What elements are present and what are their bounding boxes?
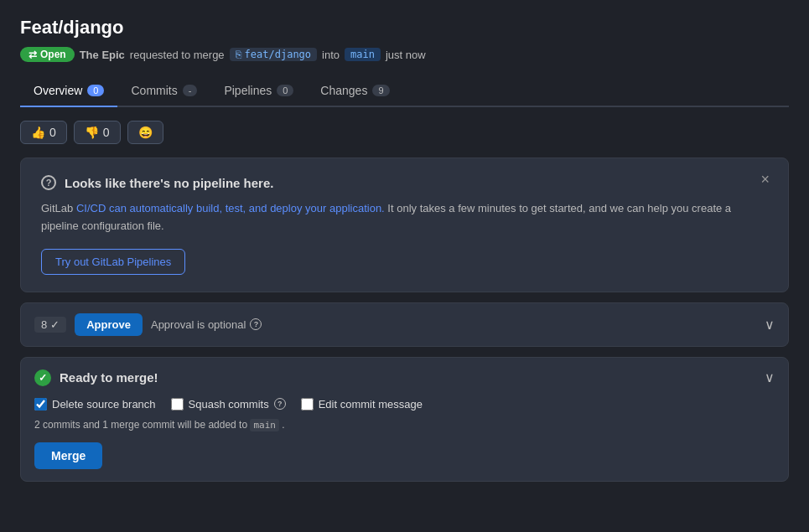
page-title: Feat/django bbox=[20, 17, 789, 39]
thumbs-up-count: 0 bbox=[49, 126, 56, 139]
tab-pipelines-badge: 0 bbox=[277, 85, 293, 96]
squash-commits-checkbox[interactable] bbox=[171, 398, 184, 411]
tab-pipelines-label: Pipelines bbox=[224, 84, 272, 97]
subtitle-row: ⇄ Open The Epic requested to merge ⎘ fea… bbox=[20, 47, 789, 62]
edit-commit-checkbox-label[interactable]: Edit commit message bbox=[301, 398, 423, 411]
cicd-link[interactable]: CI/CD can automatically build, test, and… bbox=[76, 202, 385, 214]
open-badge: ⇄ Open bbox=[20, 47, 75, 62]
close-pipeline-notice-button[interactable]: × bbox=[755, 170, 775, 189]
approval-optional-text: Approval is optional ? bbox=[151, 318, 262, 331]
delete-branch-checkbox[interactable] bbox=[34, 398, 47, 411]
ready-to-merge-text: Ready to merge! bbox=[60, 370, 158, 385]
thumbs-down-button[interactable]: 👎 0 bbox=[74, 121, 121, 144]
tab-changes-badge: 9 bbox=[372, 85, 389, 96]
commit-info-suffix: . bbox=[282, 419, 284, 431]
squash-commits-label: Squash commits bbox=[189, 398, 269, 411]
ready-icon: ✓ bbox=[34, 369, 51, 386]
tabs-bar: Overview 0 Commits - Pipelines 0 Changes… bbox=[20, 75, 789, 107]
target-branch-tag: main bbox=[345, 48, 381, 61]
smiley-emoji: 😄 bbox=[138, 126, 153, 139]
merge-header-left: ✓ Ready to merge! bbox=[34, 369, 158, 386]
approve-button[interactable]: Approve bbox=[75, 313, 143, 336]
tab-changes-label: Changes bbox=[320, 84, 367, 97]
copy-icon: ⎘ bbox=[236, 49, 241, 60]
actor-name: The Epic bbox=[80, 49, 125, 61]
time-label: just now bbox=[386, 49, 426, 61]
merge-button[interactable]: Merge bbox=[34, 442, 102, 469]
tab-commits-badge: - bbox=[183, 85, 198, 96]
reactions-row: 👍 0 👎 0 😄 bbox=[20, 121, 789, 144]
approval-number: 8 bbox=[41, 318, 47, 331]
merge-options: Delete source branch Squash commits ? Ed… bbox=[34, 398, 775, 411]
commit-info-text: 2 commits and 1 merge commit will be add… bbox=[34, 419, 247, 431]
thumbs-down-count: 0 bbox=[103, 126, 110, 139]
approval-help-icon[interactable]: ? bbox=[250, 318, 262, 330]
pipeline-notice-title: Looks like there's no pipeline here. bbox=[65, 176, 273, 190]
try-pipelines-button[interactable]: Try out GitLab Pipelines bbox=[41, 249, 185, 275]
tab-changes[interactable]: Changes 9 bbox=[307, 75, 402, 107]
delete-branch-label: Delete source branch bbox=[52, 398, 156, 411]
approval-chevron-icon[interactable]: ∨ bbox=[765, 317, 775, 333]
tab-commits[interactable]: Commits - bbox=[117, 75, 210, 107]
source-branch[interactable]: ⎘ feat/django bbox=[230, 48, 317, 61]
thumbs-up-button[interactable]: 👍 0 bbox=[20, 121, 67, 144]
thumbs-up-emoji: 👍 bbox=[31, 126, 45, 139]
commit-info: 2 commits and 1 merge commit will be add… bbox=[34, 419, 775, 431]
thumbs-down-emoji: 👎 bbox=[85, 126, 99, 139]
edit-commit-label: Edit commit message bbox=[319, 398, 423, 411]
action-text: requested to merge bbox=[130, 49, 225, 61]
question-icon: ? bbox=[41, 175, 56, 190]
tab-overview-badge: 0 bbox=[87, 85, 104, 96]
open-badge-label: Open bbox=[40, 49, 66, 60]
approval-section: 8 ✓ Approve Approval is optional ? ∨ bbox=[20, 302, 789, 347]
merge-header: ✓ Ready to merge! ∨ bbox=[34, 369, 775, 386]
tab-overview[interactable]: Overview 0 bbox=[20, 75, 117, 107]
tab-commits-label: Commits bbox=[131, 84, 177, 97]
pipeline-notice-header: ? Looks like there's no pipeline here. bbox=[41, 175, 768, 190]
approval-left: 8 ✓ Approve Approval is optional ? bbox=[34, 313, 262, 336]
squash-commits-checkbox-label[interactable]: Squash commits ? bbox=[171, 398, 286, 411]
pipeline-notice: × ? Looks like there's no pipeline here.… bbox=[20, 158, 789, 292]
merge-request-icon: ⇄ bbox=[29, 49, 37, 60]
merge-chevron-icon[interactable]: ∨ bbox=[765, 369, 775, 385]
pipeline-notice-body: GitLab CI/CD can automatically build, te… bbox=[41, 200, 768, 235]
target-branch-code: main bbox=[250, 419, 279, 431]
tab-overview-label: Overview bbox=[34, 84, 82, 97]
approval-count: 8 ✓ bbox=[34, 317, 66, 333]
squash-help-icon[interactable]: ? bbox=[274, 398, 286, 410]
delete-branch-checkbox-label[interactable]: Delete source branch bbox=[34, 398, 156, 411]
tab-pipelines[interactable]: Pipelines 0 bbox=[210, 75, 307, 107]
merge-section: ✓ Ready to merge! ∨ Delete source branch… bbox=[20, 357, 789, 482]
smiley-button[interactable]: 😄 bbox=[127, 121, 163, 144]
into-text: into bbox=[322, 49, 340, 61]
approval-check: ✓ bbox=[50, 318, 60, 331]
edit-commit-checkbox[interactable] bbox=[301, 398, 314, 411]
